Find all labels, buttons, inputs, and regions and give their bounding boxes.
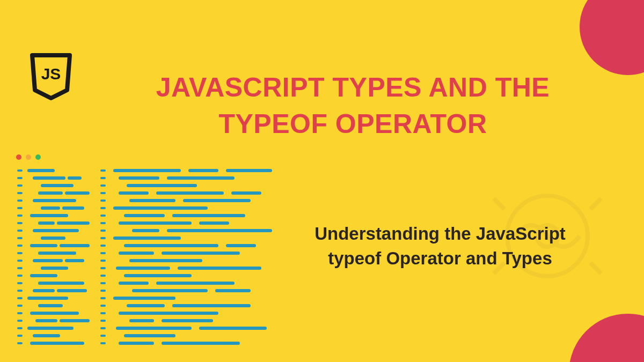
traffic-yellow-icon xyxy=(26,154,31,160)
js-logo-icon: JS xyxy=(30,53,72,101)
page-title: JAVASCRIPT TYPES AND THE TYPEOF OPERATOR xyxy=(110,70,596,142)
window-traffic-lights xyxy=(16,154,41,160)
traffic-red-icon xyxy=(16,154,21,160)
decorative-circle-bottom xyxy=(569,314,644,362)
traffic-green-icon xyxy=(35,154,41,160)
page-subtitle: Understanding the JavaScript typeof Oper… xyxy=(292,221,588,271)
svg-text:JS: JS xyxy=(41,65,61,83)
decorative-circle-top xyxy=(580,0,644,75)
code-illustration xyxy=(13,166,297,354)
